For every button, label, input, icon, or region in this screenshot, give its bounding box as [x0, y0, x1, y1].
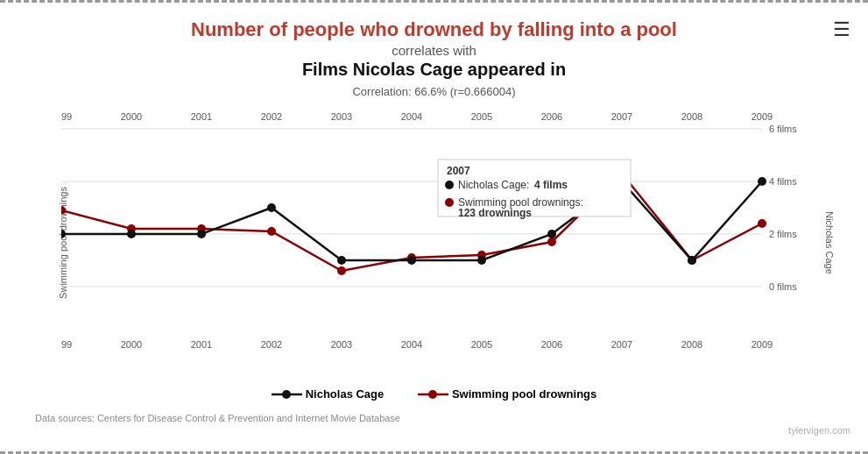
svg-text:4 films: 4 films	[769, 176, 797, 187]
svg-text:2001: 2001	[191, 339, 212, 350]
data-sources: Data sources: Centers for Disease Contro…	[18, 409, 418, 427]
svg-text:2004: 2004	[401, 339, 422, 350]
cage-dot	[547, 230, 556, 238]
svg-text:2000: 2000	[121, 111, 142, 122]
svg-text:2005: 2005	[471, 339, 492, 350]
svg-text:2007: 2007	[447, 165, 470, 177]
legend-pool: Swimming pool drownings	[418, 387, 596, 401]
svg-text:2003: 2003	[331, 339, 352, 350]
legend-pool-label: Swimming pool drownings	[452, 387, 596, 401]
svg-text:4 films: 4 films	[534, 179, 568, 191]
pool-dot	[337, 266, 346, 275]
chart-title-black: Films Nicolas Cage appeared in	[0, 60, 868, 80]
cage-dot	[267, 203, 276, 212]
svg-text:2008: 2008	[681, 111, 702, 122]
branding: tylervigen.com	[788, 425, 850, 436]
cage-dot	[127, 230, 136, 238]
correlation-value: Correlation: 66.6% (r=0.666004)	[0, 85, 868, 98]
cage-dot	[337, 256, 346, 265]
svg-point-38	[445, 198, 454, 207]
svg-text:123 drownings: 123 drownings	[458, 207, 532, 219]
cage-films-line	[61, 181, 762, 260]
cage-dot	[477, 256, 486, 265]
menu-icon[interactable]: ☰	[833, 18, 850, 41]
svg-text:2009: 2009	[752, 339, 773, 350]
y-axis-right-label: Nicholas Cage	[824, 211, 835, 274]
svg-text:2003: 2003	[331, 111, 352, 122]
svg-text:2007: 2007	[611, 111, 632, 122]
chart-title-red: Number of people who drowned by falling …	[0, 18, 868, 41]
svg-text:6 films: 6 films	[769, 124, 797, 134]
svg-text:2006: 2006	[541, 111, 562, 122]
svg-text:2 films: 2 films	[769, 229, 797, 239]
cage-dot	[688, 256, 696, 265]
svg-point-44	[428, 390, 437, 399]
cage-dot	[61, 230, 66, 238]
svg-text:2007: 2007	[611, 339, 632, 350]
cage-dot	[758, 177, 766, 186]
pool-dot	[267, 227, 276, 236]
pool-dot	[547, 238, 556, 246]
svg-text:2005: 2005	[471, 111, 492, 122]
svg-text:2009: 2009	[752, 111, 773, 122]
svg-text:0 films: 0 films	[769, 281, 797, 292]
svg-text:1999: 1999	[61, 339, 72, 350]
legend-cage: Nicholas Cage	[272, 387, 385, 401]
pool-dot	[758, 219, 766, 228]
svg-point-42	[282, 390, 291, 399]
svg-text:Nicholas Cage:: Nicholas Cage:	[458, 179, 529, 191]
svg-text:2001: 2001	[191, 111, 212, 122]
svg-text:2002: 2002	[261, 339, 282, 350]
svg-text:2000: 2000	[121, 339, 142, 350]
svg-text:2008: 2008	[681, 339, 702, 350]
svg-text:2002: 2002	[261, 111, 282, 122]
cage-dot	[407, 256, 416, 265]
svg-text:1999: 1999	[61, 111, 72, 122]
svg-text:2006: 2006	[541, 339, 562, 350]
legend-cage-label: Nicholas Cage	[306, 387, 385, 401]
svg-text:2004: 2004	[401, 111, 422, 122]
pool-dot	[61, 206, 66, 215]
correlates-text: correlates with	[0, 43, 868, 58]
cage-dot	[197, 230, 206, 238]
svg-point-35	[445, 181, 454, 189]
